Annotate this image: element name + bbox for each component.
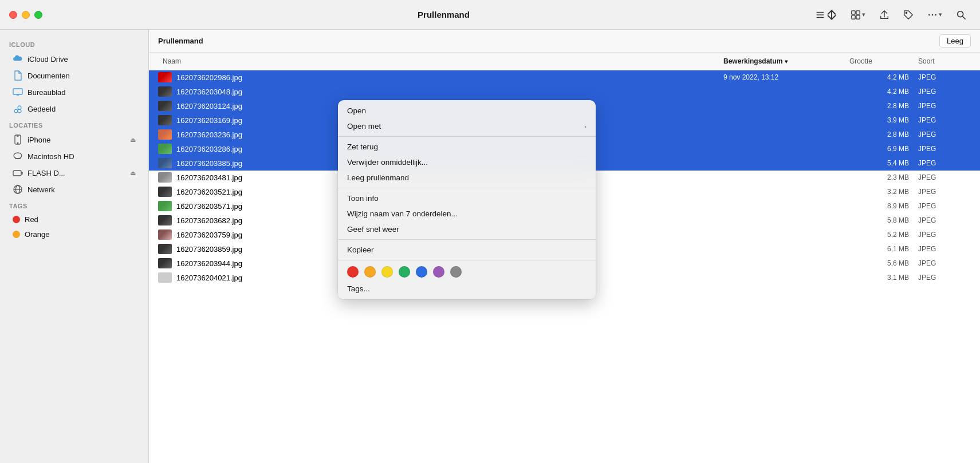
menu-item-geef-snel-weer[interactable]: Geef snel weer [338,221,596,237]
col-soort[interactable]: Soort [914,55,971,68]
file-thumbnail [158,72,172,82]
col-grootte[interactable]: Grootte [845,55,914,68]
traffic-lights [9,11,42,19]
menu-item-verwijder[interactable]: Verwijder onmiddellijk... [338,155,596,170]
nav-buttons [54,6,70,23]
sidebar-item-iphone[interactable]: iPhone ⏏ [3,132,145,148]
color-purple[interactable] [433,266,444,278]
sidebar-item-gedeeld[interactable]: Gedeeld [3,101,145,117]
file-name: 1620736203385.jpg [176,159,242,168]
file-name: 1620736202986.jpg [176,73,242,82]
menu-separator-2 [338,188,596,188]
list-view-button[interactable] [810,7,841,22]
maximize-button[interactable] [34,11,42,19]
sidebar-item-macintosh[interactable]: Macintosh HD [3,148,145,164]
file-name: 1620736203759.jpg [176,231,242,239]
menu-item-tags[interactable]: Tags... [338,281,596,296]
table-row[interactable]: 1620736203048.jpg 4,2 MB JPEG [149,85,980,99]
sidebar-item-orange[interactable]: Orange [3,227,145,242]
menu-item-toon-info[interactable]: Toon info [338,191,596,206]
menu-item-kopieer[interactable]: Kopieer [338,242,596,258]
file-type: JPEG [914,202,971,210]
documenten-label: Documenten [27,72,70,80]
file-size: 3,9 MB [845,116,914,124]
sidebar-item-icloud-drive[interactable]: iCloud Drive [3,51,145,67]
file-name: 1620736203048.jpg [176,88,242,96]
color-red[interactable] [347,266,359,278]
col-naam[interactable]: Naam [158,55,719,68]
svg-rect-6 [856,15,860,18]
svg-point-9 [932,14,933,15]
window-title: Prullenmand [77,10,810,19]
file-name: 1620736203859.jpg [176,245,242,254]
context-menu: Open Open met › Zet terug Verwijder onmi… [338,100,596,299]
file-size: 8,9 MB [845,202,914,210]
color-blue[interactable] [416,266,427,278]
file-type: JPEG [914,231,971,239]
back-button[interactable] [54,6,61,23]
menu-colors [338,263,596,281]
color-green[interactable] [399,266,410,278]
file-thumbnail [158,215,172,225]
file-thumbnail [158,115,172,125]
col-datum[interactable]: Bewerkingsdatum ▾ [719,55,845,68]
color-orange[interactable] [364,266,376,278]
file-type: JPEG [914,274,971,282]
file-date: 9 nov 2022, 13:12 [719,73,845,81]
menu-item-open[interactable]: Open [338,103,596,118]
file-size: 4,2 MB [845,88,914,96]
svg-point-7 [906,12,907,13]
sidebar-item-red[interactable]: Red [3,212,145,227]
svg-point-11 [958,11,963,17]
macintosh-icon [13,151,23,161]
orange-tag-dot [13,231,20,238]
flash-label: FLASH D... [27,169,65,177]
close-button[interactable] [9,11,17,19]
sidebar-item-documenten[interactable]: Documenten [3,68,145,84]
menu-item-leeg-prullenmand[interactable]: Leeg prullenmand [338,170,596,185]
color-gray[interactable] [450,266,462,278]
flash-eject-icon[interactable]: ⏏ [130,169,136,177]
gedeeld-icon [13,104,23,114]
file-name: 1620736203521.jpg [176,188,242,196]
file-size: 2,8 MB [845,130,914,138]
search-button[interactable] [951,7,971,22]
file-thumbnail [158,129,172,140]
file-name: 1620736203236.jpg [176,130,242,139]
minimize-button[interactable] [22,11,30,19]
menu-item-open-met[interactable]: Open met › [338,118,596,134]
iphone-eject-icon[interactable]: ⏏ [130,136,136,144]
locaties-section-header: Locaties [0,117,148,131]
sidebar-item-flash[interactable]: FLASH D... ⏏ [3,165,145,181]
sidebar-item-netwerk[interactable]: Netwerk [3,181,145,197]
file-size: 6,9 MB [845,145,914,153]
grid-view-button[interactable]: ▾ [846,7,870,22]
file-thumbnail [158,244,172,254]
share-button[interactable] [875,7,894,22]
netwerk-icon [13,184,23,195]
color-yellow[interactable] [381,266,393,278]
file-thumbnail [158,101,172,111]
table-row[interactable]: 1620736202986.jpg 9 nov 2022, 13:12 4,2 … [149,70,980,85]
sidebar-item-bureaublad[interactable]: Bureaublad [3,84,145,100]
orange-tag-label: Orange [25,230,49,239]
tag-button[interactable] [899,7,918,22]
file-size: 2,3 MB [845,173,914,181]
menu-item-zet-terug[interactable]: Zet terug [338,139,596,155]
file-thumbnail [158,172,172,183]
forward-button[interactable] [63,6,70,23]
svg-point-8 [928,14,930,15]
menu-item-wijzig-naam[interactable]: Wijzig naam van 7 onderdelen... [338,206,596,221]
file-type: JPEG [914,130,971,138]
file-thumbnail [158,86,172,97]
more-button[interactable]: ▾ [923,7,947,22]
icloud-section-header: iCloud [0,37,148,50]
icloud-drive-icon [13,54,23,64]
file-name: 1620736203682.jpg [176,216,242,225]
leeg-button[interactable]: Leeg [939,34,971,48]
file-size: 4,2 MB [845,73,914,81]
content-title: Prullenmand [158,37,939,45]
toolbar-actions: ▾ ▾ [810,7,971,22]
iphone-icon [13,134,23,145]
file-type: JPEG [914,159,971,167]
